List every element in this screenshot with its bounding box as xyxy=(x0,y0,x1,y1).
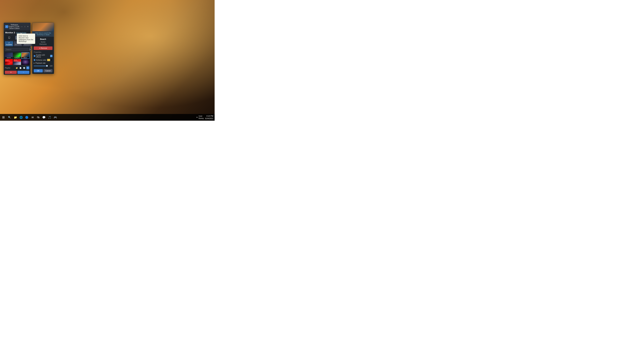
taskbar-icon-chrome[interactable]: 🔵 xyxy=(24,114,30,121)
playlist-file-icon[interactable]: 📄 xyxy=(19,66,22,69)
wallpaper-item-cue1[interactable]: ⚡CUE ENABLED xyxy=(5,59,13,65)
playlist-add-button[interactable]: + xyxy=(26,66,29,69)
wallpaper-item-cue2[interactable]: ⚡CUE ENABLED xyxy=(13,59,21,65)
clock-time: 4:14 PM xyxy=(205,115,213,117)
led-icon xyxy=(34,55,36,57)
main-window: » Wallpaper Engine 2.0.98 - Steam Editio… xyxy=(4,23,30,75)
led-effects-label: Enable LED effects xyxy=(34,54,50,58)
search-row: ▼ xyxy=(4,47,30,52)
wallpaper-item-galaxy[interactable] xyxy=(22,59,29,65)
taskbar-icon-mail[interactable]: ✉ xyxy=(30,114,35,121)
weather-icon: ☀ xyxy=(196,116,198,118)
playlist-folder-icon[interactable]: 📁 xyxy=(15,66,18,69)
svg-rect-1 xyxy=(9,38,10,38)
led-effects-row: Enable LED effects ✓ xyxy=(34,54,52,58)
taskbar-weather: ☀ 73°F Sunny xyxy=(196,115,204,119)
detail-workshop-link[interactable]: Click here to search the Workshop in det… xyxy=(32,31,54,37)
taskbar-right: ☀ 73°F Sunny 4:14 PM 5/24/2022 xyxy=(196,115,214,120)
remove-button[interactable]: ✕ xyxy=(5,71,17,74)
ok-button[interactable]: OK xyxy=(34,69,43,72)
scheme-color-row: Scheme color ▼ xyxy=(34,59,52,61)
dropdown-arrow: ▼ xyxy=(50,59,52,61)
scheme-icon xyxy=(34,59,36,61)
titlebar: » Wallpaper Engine 2.0.98 - Steam Editio… xyxy=(4,23,30,30)
taskbar-icon-files[interactable]: 📁 xyxy=(13,114,18,121)
playback-value: 100 xyxy=(49,65,52,67)
clock-date: 5/24/2022 xyxy=(205,117,213,120)
minimize-button[interactable]: — xyxy=(20,25,23,28)
playlist-refresh-icon[interactable]: 🔄 xyxy=(23,66,26,69)
weather-temp: 73°F xyxy=(198,115,204,117)
playlist-row: Playlist 📁 📄 🔄 + xyxy=(4,65,30,70)
taskbar-icon-edge[interactable]: 🌐 xyxy=(18,114,24,121)
playback-rate-label: ▶ Playback rate xyxy=(34,62,46,64)
color-swatch xyxy=(47,59,50,61)
playback-rate-text: Playback rate xyxy=(36,62,46,64)
weather-condition: Sunny xyxy=(198,117,204,119)
titlebar-controls: — □ ✕ xyxy=(20,25,29,28)
detail-panel: Click here to search the Workshop in det… xyxy=(32,23,54,74)
wallpaper-grid: Arsenal Audiophile Beach ⚡CUE ENABLED ⚡C… xyxy=(4,52,30,65)
monitor-label: Monitor 2 xyxy=(5,31,15,34)
taskbar-icon-discord[interactable]: 💬 xyxy=(41,114,46,121)
wallpaper-label-audiophile: Audiophile xyxy=(13,57,21,58)
scheme-color-dropdown[interactable]: ▼ xyxy=(47,59,52,61)
detail-rating: Everyone xyxy=(34,43,52,45)
cue-badge-1: ⚡CUE ENABLED xyxy=(5,59,13,62)
detail-remove-button[interactable]: ✕ Remove xyxy=(34,46,52,50)
playback-slider-handle[interactable] xyxy=(46,65,48,67)
properties-title: Properties xyxy=(34,51,52,53)
cue-badge-2: ⚡CUE ENABLED xyxy=(14,59,21,62)
playback-slider-row: 100 xyxy=(34,65,52,67)
detail-thumbnail xyxy=(32,23,54,31)
wallpaper-label-beach: Beach xyxy=(22,57,29,58)
start-button[interactable]: ⊞ xyxy=(0,114,7,121)
playback-rate-label-row: ▶ Playback rate xyxy=(34,62,52,64)
taskbar-icon-spotify[interactable]: 🎵 xyxy=(47,114,52,121)
scheme-color-label: Scheme color xyxy=(34,59,46,61)
maximize-button[interactable]: □ xyxy=(24,25,26,28)
detail-title: Beach xyxy=(34,38,52,40)
taskbar-icon-store[interactable]: 🛍 xyxy=(36,114,41,121)
detail-info: Beach Scene Everyone ✕ Remove Properties… xyxy=(32,37,54,68)
wallpaper-item-beach[interactable]: Beach xyxy=(22,53,29,58)
play-icon: ▶ xyxy=(34,62,35,64)
filter-button[interactable]: ▼ xyxy=(29,48,31,51)
search-input[interactable] xyxy=(5,48,28,51)
led-effects-text: Enable LED effects xyxy=(36,54,50,58)
discover-tooltip: Click here to discover new wallpapers fr… xyxy=(17,33,35,44)
display-icon-mobile[interactable] xyxy=(7,36,11,40)
discover-tooltip-text: Click here to discover new wallpapers fr… xyxy=(18,35,33,42)
ok-cancel-row: OK Cancel xyxy=(32,68,54,74)
wallpaper-item-audiophile[interactable]: Audiophile xyxy=(13,53,21,58)
tab-installed[interactable]: ✔ Installed xyxy=(5,41,13,46)
expand-button[interactable]: » xyxy=(5,25,8,28)
taskbar-pinned-icons: 📁 🌐 🔵 ✉ 🛍 💬 🎵 🎮 xyxy=(13,114,58,121)
scheme-color-text: Scheme color xyxy=(36,59,46,61)
weather-info: 73°F Sunny xyxy=(198,115,204,119)
taskbar: ⊞ 🔍 📁 🌐 🔵 ✉ 🛍 💬 🎵 🎮 ☀ 73°F Sunny 4:14 PM… xyxy=(0,114,214,121)
playback-slider[interactable] xyxy=(34,66,48,66)
close-button[interactable]: ✕ xyxy=(27,25,29,28)
taskbar-search-icon[interactable]: 🔍 xyxy=(7,114,12,121)
playlist-label: Playlist xyxy=(5,67,14,69)
detail-subtitle: Scene xyxy=(34,41,52,43)
cancel-button[interactable]: Cancel xyxy=(44,69,52,72)
upload-button[interactable]: ↑ xyxy=(18,71,29,74)
taskbar-clock[interactable]: 4:14 PM 5/24/2022 xyxy=(205,115,213,120)
bottom-buttons-row: ✕ ↑ xyxy=(4,70,30,75)
taskbar-icon-steam[interactable]: 🎮 xyxy=(53,114,58,121)
led-effects-checkbox[interactable]: ✓ xyxy=(50,55,52,57)
wallpaper-label-arsenal: Arsenal xyxy=(5,57,13,58)
wallpaper-item-arsenal[interactable]: Arsenal xyxy=(5,53,13,58)
window-title: Wallpaper Engine 2.0.98 - Steam Edition xyxy=(8,24,20,29)
